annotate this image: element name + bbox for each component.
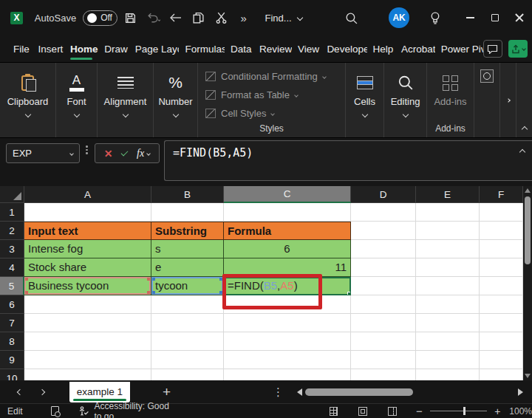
cell-E8[interactable] xyxy=(416,332,480,351)
collapse-ribbon-button[interactable] xyxy=(516,63,532,137)
cell-A2[interactable]: Input text xyxy=(24,222,151,240)
number-group[interactable]: % Number xyxy=(154,63,198,137)
cell-F4[interactable] xyxy=(480,258,523,277)
cell-D9[interactable] xyxy=(351,351,416,369)
maximize-button[interactable] xyxy=(482,7,508,29)
undo-icon[interactable] xyxy=(143,8,163,27)
zoom-slider-thumb[interactable] xyxy=(463,407,466,415)
column-header-f[interactable]: F xyxy=(480,186,523,203)
cell-styles-button[interactable]: Cell Styles xyxy=(205,104,338,123)
cell-B1[interactable] xyxy=(151,203,224,222)
cell-E10[interactable] xyxy=(416,369,480,380)
tab-home[interactable]: Home xyxy=(64,35,98,62)
add-sheet-button[interactable]: + xyxy=(163,384,171,400)
hscroll-right-icon[interactable] xyxy=(518,388,523,396)
hscroll-left-icon[interactable] xyxy=(297,388,302,396)
cell-F3[interactable] xyxy=(480,240,523,258)
quick-access-overflow-icon[interactable]: » xyxy=(234,8,253,27)
close-button[interactable] xyxy=(508,7,532,29)
cell-D10[interactable] xyxy=(351,369,416,380)
cell-B7[interactable] xyxy=(151,314,224,332)
row-header-1[interactable]: 1 xyxy=(0,203,24,222)
column-header-b[interactable]: B xyxy=(151,186,224,203)
cell-A4[interactable]: Stock share xyxy=(24,258,151,277)
page-break-view-button[interactable] xyxy=(388,407,397,416)
clipboard-group[interactable]: Clipboard xyxy=(0,63,56,137)
cell-C7[interactable] xyxy=(224,314,351,332)
cell-C8[interactable] xyxy=(224,332,351,351)
horizontal-scroll-thumb[interactable] xyxy=(305,388,413,396)
vertical-scroll-thumb[interactable] xyxy=(525,196,531,264)
cell-B3[interactable]: s xyxy=(151,240,224,258)
cell-A7[interactable] xyxy=(24,314,151,332)
row-header-4[interactable]: 4 xyxy=(0,258,24,277)
excel-logo-icon[interactable]: X xyxy=(10,12,23,24)
tab-page-layout[interactable]: Page Layc xyxy=(129,35,180,62)
cell-D2[interactable] xyxy=(351,222,416,240)
lightbulb-icon[interactable] xyxy=(426,8,445,27)
cell-A1[interactable] xyxy=(24,203,151,222)
cell-B10[interactable] xyxy=(151,369,224,380)
page-layout-view-button[interactable] xyxy=(358,407,367,416)
cell-D3[interactable] xyxy=(351,240,416,258)
cell-C3[interactable]: 6 xyxy=(224,240,351,258)
cell-E5[interactable] xyxy=(416,277,480,295)
cell-D8[interactable] xyxy=(351,332,416,351)
conditional-formatting-button[interactable]: Conditional Formatting xyxy=(205,67,338,86)
cell-E9[interactable] xyxy=(416,351,480,369)
cell-D7[interactable] xyxy=(351,314,416,332)
cell-B9[interactable] xyxy=(151,351,224,369)
cell-E6[interactable] xyxy=(416,295,480,314)
column-header-d[interactable]: D xyxy=(351,186,416,203)
zoom-out-button[interactable]: − xyxy=(416,405,423,417)
row-header-6[interactable]: 6 xyxy=(0,295,24,314)
format-as-table-button[interactable]: Format as Table xyxy=(205,86,338,104)
name-box[interactable]: EXP xyxy=(6,143,80,163)
tab-file[interactable]: File xyxy=(7,35,33,62)
sheet-tab-example1[interactable]: example 1 xyxy=(69,382,130,402)
save-icon[interactable] xyxy=(121,8,140,27)
collapse-formula-bar-icon[interactable] xyxy=(519,149,525,155)
prev-sheet-button[interactable] xyxy=(9,390,31,394)
cut-icon[interactable] xyxy=(211,8,231,27)
tab-draw[interactable]: Draw xyxy=(98,35,129,62)
row-header-3[interactable]: 3 xyxy=(0,240,24,258)
tab-data[interactable]: Data xyxy=(225,35,253,62)
cell-B4[interactable]: e xyxy=(151,258,224,277)
vertical-scrollbar[interactable] xyxy=(523,186,532,380)
tab-help[interactable]: Help xyxy=(367,35,395,62)
cell-E3[interactable] xyxy=(416,240,480,258)
row-header-5[interactable]: 5 xyxy=(0,277,24,295)
column-header-e[interactable]: E xyxy=(416,186,480,203)
autosave-toggle[interactable]: Off xyxy=(83,10,117,26)
cell-A8[interactable] xyxy=(24,332,151,351)
cell-F8[interactable] xyxy=(480,332,523,351)
insert-function-button[interactable]: fx xyxy=(137,148,150,160)
column-header-c[interactable]: C xyxy=(224,186,351,203)
fill-handle[interactable] xyxy=(347,292,351,295)
cell-F10[interactable] xyxy=(480,369,523,380)
next-sheet-button[interactable] xyxy=(31,390,53,394)
cell-E4[interactable] xyxy=(416,258,480,277)
cell-A3[interactable]: Intense fog xyxy=(24,240,151,258)
cell-D1[interactable] xyxy=(351,203,416,222)
cell-C10[interactable] xyxy=(224,369,351,380)
cell-E2[interactable] xyxy=(416,222,480,240)
horizontal-scrollbar[interactable] xyxy=(305,388,416,396)
tab-acrobat[interactable]: Acrobat xyxy=(395,35,435,62)
zoom-in-button[interactable]: + xyxy=(494,405,500,417)
cell-B2[interactable]: Substring xyxy=(151,222,224,240)
back-arrow-icon[interactable] xyxy=(166,8,185,27)
accessibility-status[interactable]: Accessibility: Good to go xyxy=(78,401,170,418)
cell-A9[interactable] xyxy=(24,351,151,369)
cell-B6[interactable] xyxy=(151,295,224,314)
zoom-level[interactable]: 100% xyxy=(509,406,532,417)
cell-B5[interactable]: tycoon xyxy=(151,277,224,295)
row-header-2[interactable]: 2 xyxy=(0,222,24,240)
cell-A6[interactable] xyxy=(24,295,151,314)
cell-C6[interactable] xyxy=(224,295,351,314)
tab-formulas[interactable]: Formulas xyxy=(179,35,225,62)
cell-C4[interactable]: 11 xyxy=(224,258,351,277)
cells-group[interactable]: Cells xyxy=(346,63,384,137)
macro-recording-icon[interactable] xyxy=(51,406,60,416)
